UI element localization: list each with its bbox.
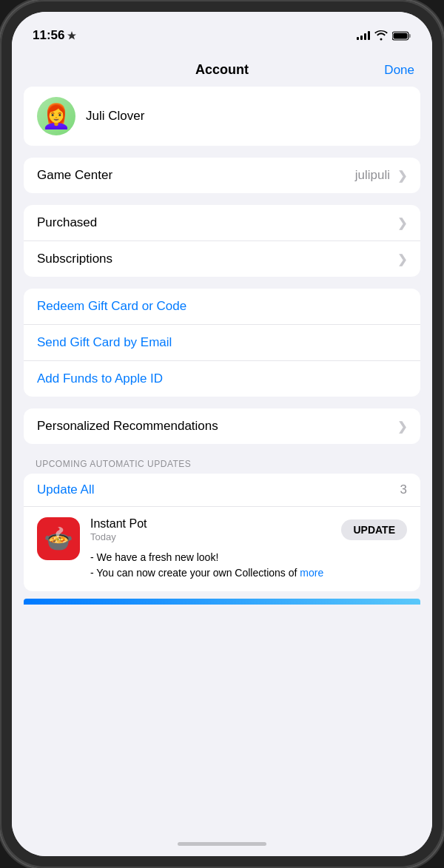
profile-row[interactable]: 👩‍🦰 Juli Clover	[24, 87, 420, 146]
blue-links-section: Redeem Gift Card or Code Send Gift Card …	[24, 289, 420, 397]
phone-screen: 11:56	[12, 12, 432, 856]
page-title: Account	[195, 62, 249, 78]
redeem-gift-card-label: Redeem Gift Card or Code	[37, 299, 186, 313]
svg-rect-2	[394, 33, 408, 38]
update-count: 3	[400, 482, 407, 497]
update-app-button[interactable]: UPDATE	[341, 519, 407, 540]
phone-frame: 11:56	[0, 0, 444, 868]
subscriptions-chevron: ❯	[397, 252, 407, 266]
signal-bar-3	[364, 33, 366, 40]
bottom-section-hint	[24, 599, 420, 605]
updates-section: Update All 3 🍲 Instant Pot Today UPD	[24, 474, 420, 591]
avatar-emoji: 👩‍🦰	[37, 97, 75, 135]
game-center-row[interactable]: Game Center julipuli ❯	[24, 158, 420, 193]
personalized-recs-label: Personalized Recommendations	[37, 419, 218, 434]
purchased-right: ❯	[397, 216, 407, 230]
home-bar	[178, 842, 266, 846]
description-line-1: - We have a fresh new look!	[90, 551, 218, 563]
game-center-chevron: ❯	[397, 169, 407, 183]
subscriptions-right: ❯	[397, 252, 407, 266]
status-icons	[357, 30, 411, 41]
status-bar: 11:56	[12, 12, 432, 50]
profile-card: 👩‍🦰 Juli Clover	[24, 87, 420, 146]
description-line-2: - You can now create your own Collection…	[90, 567, 297, 579]
signal-bar-2	[360, 36, 363, 40]
app-date: Today	[90, 531, 147, 542]
wifi-icon	[374, 30, 388, 41]
app-name-date: Instant Pot Today	[90, 517, 147, 542]
game-center-value: julipuli	[355, 168, 390, 183]
content-area: Account Done 👩‍🦰 Juli Clover Game Center…	[12, 50, 432, 831]
done-button[interactable]: Done	[384, 63, 414, 78]
signal-bar-4	[368, 31, 370, 40]
game-center-right: julipuli ❯	[355, 168, 407, 183]
page-header: Account Done	[12, 50, 432, 87]
subscriptions-label: Subscriptions	[37, 252, 112, 266]
status-time: 11:56	[33, 28, 76, 43]
location-icon	[67, 31, 76, 40]
game-center-card: Game Center julipuli ❯	[24, 158, 420, 193]
app-update-row: 🍲 Instant Pot Today UPDATE - We have a f…	[24, 506, 420, 591]
purchased-subscriptions-card: Purchased ❯ Subscriptions ❯	[24, 205, 420, 277]
personalized-recs-right: ❯	[397, 420, 407, 434]
svg-rect-1	[409, 34, 411, 38]
app-name: Instant Pot	[90, 517, 147, 531]
personalized-recs-row[interactable]: Personalized Recommendations ❯	[24, 408, 420, 444]
app-description: - We have a fresh new look! - You can no…	[90, 550, 407, 581]
time-display: 11:56	[33, 28, 64, 43]
home-indicator	[12, 831, 432, 856]
personalized-recs-card: Personalized Recommendations ❯	[24, 408, 420, 444]
avatar: 👩‍🦰	[37, 97, 75, 135]
more-link[interactable]: more	[300, 567, 323, 579]
profile-name: Juli Clover	[86, 109, 144, 124]
signal-bar-1	[357, 37, 359, 40]
app-icon-emoji: 🍲	[44, 525, 73, 553]
updates-section-label: UPCOMING AUTOMATIC UPDATES	[12, 456, 432, 474]
subscriptions-row[interactable]: Subscriptions ❯	[24, 240, 420, 277]
add-funds-label: Add Funds to Apple ID	[37, 371, 163, 386]
game-center-label: Game Center	[37, 168, 112, 183]
app-icon: 🍲	[37, 517, 80, 560]
battery-icon	[392, 31, 411, 41]
send-gift-card-row[interactable]: Send Gift Card by Email	[24, 324, 420, 360]
personalized-recs-chevron: ❯	[397, 420, 407, 434]
send-gift-card-label: Send Gift Card by Email	[37, 335, 172, 349]
purchased-row[interactable]: Purchased ❯	[24, 205, 420, 240]
update-all-row[interactable]: Update All 3	[24, 474, 420, 506]
redeem-gift-card-row[interactable]: Redeem Gift Card or Code	[24, 289, 420, 324]
signal-bars-icon	[357, 31, 370, 40]
purchased-chevron: ❯	[397, 216, 407, 230]
update-all-label: Update All	[37, 482, 95, 497]
app-info: Instant Pot Today UPDATE - We have a fre…	[90, 517, 407, 581]
purchased-label: Purchased	[37, 215, 97, 230]
add-funds-row[interactable]: Add Funds to Apple ID	[24, 360, 420, 397]
